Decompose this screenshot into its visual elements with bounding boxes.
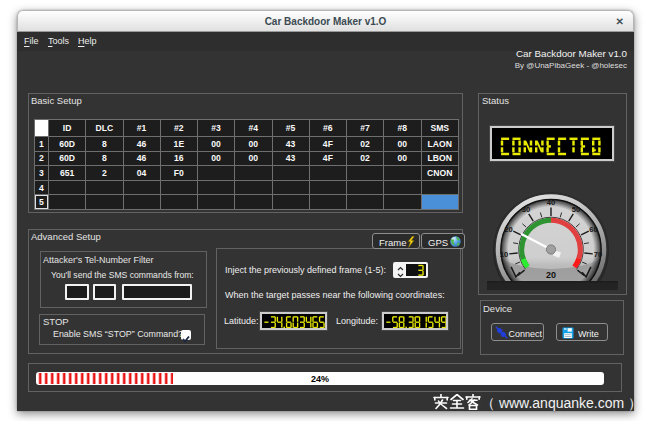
svg-text:40: 40 (547, 198, 555, 207)
svg-text:30: 30 (522, 205, 530, 214)
svg-text:10: 10 (500, 250, 508, 259)
svg-text:70: 70 (594, 250, 602, 259)
svg-text:50: 50 (572, 205, 580, 214)
svg-text:20: 20 (546, 270, 556, 280)
svg-text:60: 60 (589, 225, 597, 234)
svg-text:20: 20 (504, 225, 512, 234)
